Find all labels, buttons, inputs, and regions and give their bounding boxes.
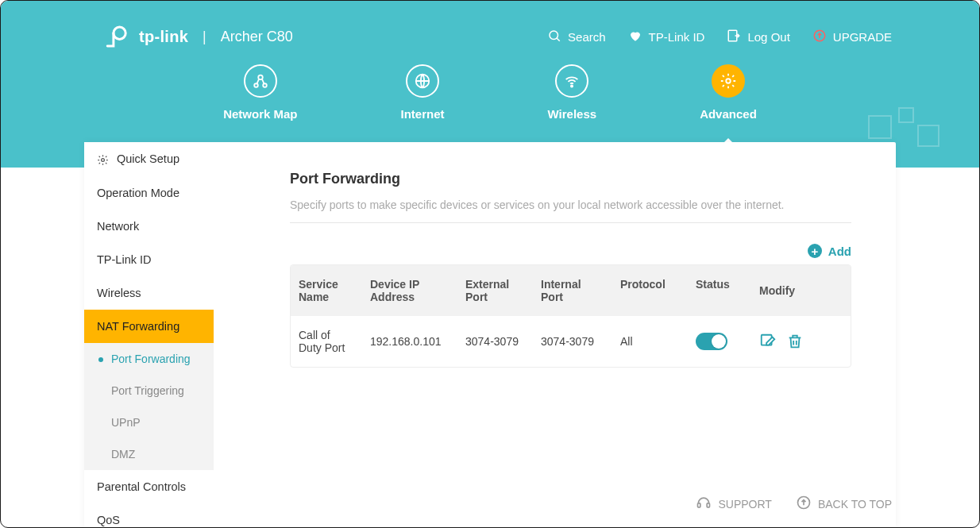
logout-link[interactable]: Log Out xyxy=(727,29,789,45)
brand-separator: | xyxy=(203,29,206,45)
upgrade-icon xyxy=(812,29,827,45)
upgrade-label: UPGRADE xyxy=(833,30,892,44)
col-service-name: Service Name xyxy=(291,265,362,316)
support-label: SUPPORT xyxy=(718,498,771,511)
col-status: Status xyxy=(688,265,751,316)
delete-button[interactable] xyxy=(786,333,804,350)
sidebar-sub-dmz[interactable]: DMZ xyxy=(84,438,214,470)
cell-external-port: 3074-3079 xyxy=(457,322,533,360)
back-to-top-link[interactable]: BACK TO TOP xyxy=(796,495,892,513)
search-link[interactable]: Search xyxy=(547,29,606,45)
sidebar-item-qos[interactable]: QoS xyxy=(84,503,214,528)
sidebar-network-label: Network xyxy=(97,220,139,233)
gear-small-icon xyxy=(97,154,109,166)
svg-rect-12 xyxy=(698,503,700,507)
page-description: Specify ports to make specific devices o… xyxy=(290,198,851,211)
nav-network-map-label: Network Map xyxy=(223,107,297,121)
footer: SUPPORT BACK TO TOP xyxy=(696,495,892,513)
headset-icon xyxy=(696,495,712,513)
svg-point-1 xyxy=(550,31,558,40)
content-card: Quick Setup Operation Mode Network TP-Li… xyxy=(84,142,896,527)
sidebar-item-operation-mode[interactable]: Operation Mode xyxy=(84,176,214,210)
sidebar-subgroup-nat: Port Forwarding Port Triggering UPnP DMZ xyxy=(84,343,214,470)
sidebar-sub-upnp-label: UPnP xyxy=(111,416,141,429)
sidebar-sub-port-triggering-label: Port Triggering xyxy=(111,384,184,397)
port-forwarding-table: Service Name Device IP Address External … xyxy=(290,264,851,368)
table-header: Service Name Device IP Address External … xyxy=(291,265,851,316)
wifi-icon xyxy=(555,64,588,98)
search-icon xyxy=(547,29,561,45)
heart-icon xyxy=(628,29,642,45)
plus-icon: + xyxy=(808,244,822,258)
svg-point-10 xyxy=(102,158,105,161)
cell-protocol: All xyxy=(612,322,688,360)
sidebar-sub-upnp[interactable]: UPnP xyxy=(84,407,214,438)
nav-internet[interactable]: Internet xyxy=(401,64,445,121)
logout-icon xyxy=(727,29,741,45)
nav-wireless-label: Wireless xyxy=(548,107,597,121)
edit-button[interactable] xyxy=(759,333,777,350)
col-internal-port: Internal Port xyxy=(533,265,612,316)
sidebar-operation-mode-label: Operation Mode xyxy=(97,187,179,199)
brand: tp-link | Archer C80 xyxy=(104,23,293,50)
sidebar-parental-controls-label: Parental Controls xyxy=(97,480,186,493)
support-link[interactable]: SUPPORT xyxy=(696,495,771,513)
app-frame: { "header": { "brand": "tp-link", "model… xyxy=(0,0,980,528)
sidebar-sub-dmz-label: DMZ xyxy=(111,448,135,461)
add-row: + Add xyxy=(290,244,851,258)
top-links: Search TP-Link ID Log Out UPGRADE xyxy=(547,29,892,45)
primary-nav: Network Map Internet Wireless Advanced xyxy=(1,64,979,121)
sidebar-item-nat-forwarding[interactable]: NAT Forwarding xyxy=(84,310,214,343)
sidebar: Quick Setup Operation Mode Network TP-Li… xyxy=(84,142,214,527)
col-device-ip: Device IP Address xyxy=(362,265,457,316)
svg-point-0 xyxy=(114,27,125,39)
top-bar: tp-link | Archer C80 Search TP-Link ID L… xyxy=(104,23,892,50)
nav-wireless[interactable]: Wireless xyxy=(548,64,597,121)
cell-service-name: Call of Duty Port xyxy=(291,316,362,367)
svg-rect-13 xyxy=(708,503,710,507)
add-label: Add xyxy=(828,245,851,258)
sidebar-item-parental-controls[interactable]: Parental Controls xyxy=(84,470,214,503)
svg-point-9 xyxy=(726,79,731,83)
arrow-up-icon xyxy=(796,495,812,513)
model-name: Archer C80 xyxy=(221,29,293,45)
toggle-knob xyxy=(712,334,726,349)
tplink-logo-icon xyxy=(104,23,131,50)
nav-advanced[interactable]: Advanced xyxy=(700,64,757,121)
col-protocol: Protocol xyxy=(612,265,688,316)
cell-device-ip: 192.168.0.101 xyxy=(362,322,457,360)
cell-internal-port: 3074-3079 xyxy=(533,322,612,360)
search-label: Search xyxy=(568,30,606,44)
tplink-id-link[interactable]: TP-Link ID xyxy=(628,29,705,45)
sidebar-item-tplink-id[interactable]: TP-Link ID xyxy=(84,243,214,276)
logout-label: Log Out xyxy=(747,30,789,44)
sidebar-item-network[interactable]: Network xyxy=(84,210,214,243)
sidebar-sub-port-forwarding[interactable]: Port Forwarding xyxy=(84,343,214,375)
sidebar-wireless-label: Wireless xyxy=(97,287,141,299)
cell-modify xyxy=(751,320,815,363)
upgrade-link[interactable]: UPGRADE xyxy=(812,29,892,45)
gear-icon xyxy=(712,64,745,98)
status-toggle[interactable] xyxy=(696,333,727,350)
add-button[interactable]: + Add xyxy=(808,244,851,258)
table-row: Call of Duty Port 192.168.0.101 3074-307… xyxy=(291,316,851,367)
sidebar-sub-port-triggering[interactable]: Port Triggering xyxy=(84,375,214,407)
nav-advanced-label: Advanced xyxy=(700,107,757,121)
back-to-top-label: BACK TO TOP xyxy=(818,498,892,511)
globe-icon xyxy=(406,64,439,98)
sidebar-nat-forwarding-label: NAT Forwarding xyxy=(97,320,179,333)
cell-status xyxy=(688,320,751,363)
nav-network-map[interactable]: Network Map xyxy=(223,64,297,121)
tplink-id-label: TP-Link ID xyxy=(649,30,705,44)
col-external-port: External Port xyxy=(457,265,533,316)
main-panel: Port Forwarding Specify ports to make sp… xyxy=(214,142,896,527)
col-modify: Modify xyxy=(751,265,815,316)
sidebar-tplink-id-label: TP-Link ID xyxy=(97,253,152,266)
brand-text: tp-link xyxy=(139,28,188,46)
sidebar-item-wireless[interactable]: Wireless xyxy=(84,276,214,310)
page-title: Port Forwarding xyxy=(290,171,851,187)
sidebar-item-quick-setup[interactable]: Quick Setup xyxy=(84,142,214,176)
nav-internet-label: Internet xyxy=(401,107,445,121)
sidebar-sub-port-forwarding-label: Port Forwarding xyxy=(111,353,191,365)
divider xyxy=(290,222,851,223)
